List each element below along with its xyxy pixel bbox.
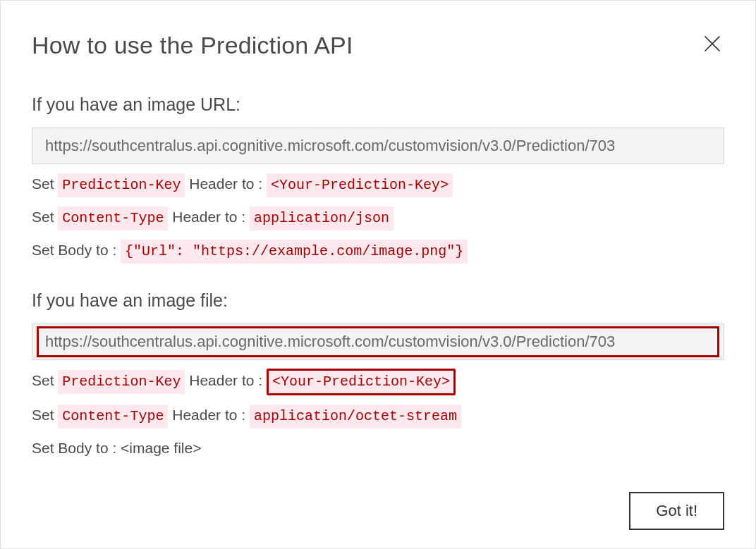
- prediction-key-value-chip: <Your-Prediction-Key>: [267, 173, 453, 197]
- url-endpoint-box[interactable]: https://southcentralus.api.cognitive.mic…: [32, 128, 724, 164]
- file-endpoint-text: https://southcentralus.api.cognitive.mic…: [45, 333, 615, 350]
- text-header-to: Header to :: [168, 209, 250, 225]
- content-type-chip: Content-Type: [58, 206, 168, 230]
- dialog-header: How to use the Prediction API: [32, 32, 724, 59]
- close-icon: [702, 34, 722, 54]
- file-body-line: Set Body to : <image file>: [32, 437, 724, 459]
- text-set-body-to-file: Set Body to : <image file>: [32, 440, 201, 456]
- prediction-key-chip: Prediction-Key: [58, 370, 185, 394]
- prediction-key-chip: Prediction-Key: [58, 173, 185, 197]
- text-set-prefix: Set: [32, 175, 58, 192]
- text-header-to: Header to :: [168, 407, 250, 423]
- close-button[interactable]: [700, 32, 724, 58]
- file-section: If you have an image file: https://south…: [32, 290, 724, 459]
- file-content-type-line: Set Content-Type Header to : application…: [32, 404, 724, 428]
- text-header-to: Header to :: [185, 372, 267, 388]
- text-header-to: Header to :: [185, 175, 267, 192]
- file-endpoint-box[interactable]: https://southcentralus.api.cognitive.mic…: [32, 323, 724, 360]
- file-prediction-key-line: Set Prediction-Key Header to : <Your-Pre…: [32, 369, 724, 395]
- file-section-heading: If you have an image file:: [32, 290, 724, 311]
- body-value-chip: {"Url": "https://example.com/image.png"}: [121, 240, 468, 264]
- text-set-prefix: Set: [32, 407, 58, 423]
- url-section: If you have an image URL: https://southc…: [32, 94, 724, 264]
- url-body-line: Set Body to : {"Url": "https://example.c…: [32, 239, 724, 264]
- content-type-value-chip: application/json: [250, 206, 394, 230]
- text-set-prefix: Set: [32, 372, 58, 388]
- dialog-footer: Got it!: [629, 492, 724, 530]
- content-type-value-chip: application/octet-stream: [250, 405, 461, 428]
- url-prediction-key-line: Set Prediction-Key Header to : <Your-Pre…: [32, 173, 724, 197]
- text-set-body-to: Set Body to :: [32, 242, 121, 258]
- url-content-type-line: Set Content-Type Header to : application…: [32, 206, 724, 230]
- dialog-title: How to use the Prediction API: [32, 32, 353, 59]
- url-section-heading: If you have an image URL:: [32, 94, 724, 115]
- prediction-api-dialog: How to use the Prediction API If you hav…: [1, 1, 755, 548]
- text-set-prefix: Set: [32, 209, 58, 225]
- prediction-key-value-chip-highlighted: <Your-Prediction-Key>: [267, 369, 456, 395]
- content-type-chip: Content-Type: [58, 405, 168, 428]
- got-it-button[interactable]: Got it!: [629, 492, 724, 530]
